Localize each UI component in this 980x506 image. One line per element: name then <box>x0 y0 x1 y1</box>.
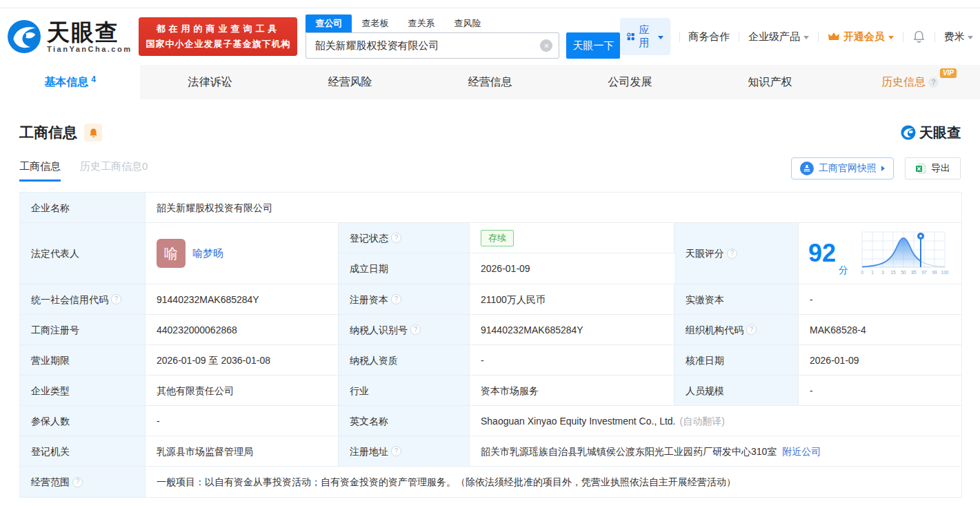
open-vip-label: 开通会员 <box>843 30 885 43</box>
tab-count: 4 <box>91 75 96 84</box>
subtab-history-business-info[interactable]: 历史工商信息0 <box>80 160 148 182</box>
crown-icon <box>828 31 840 42</box>
section-title: 工商信息 <box>19 123 77 142</box>
divider <box>679 32 680 42</box>
chevron-down-icon <box>968 36 973 39</box>
header-nav: 应用 商务合作 企业级产品 开通会员 费米 <box>620 18 973 55</box>
subtab-business-info[interactable]: 工商信息 <box>19 160 61 182</box>
registration-no-value: 440232000062868 <box>146 315 339 345</box>
table-row: 参保人数 - 英文名称 Shaoguan Xinyao Equity Inves… <box>20 406 961 436</box>
chevron-down-icon <box>888 36 894 39</box>
tab-label: 法律诉讼 <box>188 75 232 90</box>
help-icon[interactable] <box>746 324 757 335</box>
tab-legal-litigation[interactable]: 法律诉讼 <box>140 65 280 99</box>
subsection-tabs-row: 工商信息 历史工商信息0 工商官网快照 导出 <box>19 157 961 184</box>
tab-intellectual-property[interactable]: 知识产权 <box>700 65 840 99</box>
apps-grid-icon <box>627 31 634 42</box>
help-icon[interactable] <box>391 446 401 456</box>
tab-label: 历史信息 <box>881 75 926 90</box>
help-icon[interactable] <box>72 477 83 487</box>
tab-company-development[interactable]: 公司发展 <box>560 65 700 99</box>
avatar[interactable]: 喻 <box>157 239 186 268</box>
bell-orange-icon <box>88 128 99 138</box>
tab-label: 经营风险 <box>328 75 372 90</box>
score-unit: 分 <box>839 263 848 277</box>
tab-basic-info[interactable]: 基本信息 4 <box>0 65 140 99</box>
svg-text:50: 50 <box>901 270 906 275</box>
tab-label: 基本信息 <box>44 75 88 90</box>
tab-label: 知识产权 <box>748 75 792 90</box>
nav-open-vip[interactable]: 开通会员 <box>828 30 894 43</box>
svg-text:99: 99 <box>932 270 937 275</box>
registered-capital-value: 21100万人民币 <box>470 284 674 315</box>
nav-enterprise-products[interactable]: 企业级产品 <box>748 30 809 43</box>
company-type-label: 企业类型 <box>20 376 146 406</box>
brand-name: 天眼查 <box>47 21 132 43</box>
score-label-cell: 天眼评分 <box>674 223 799 284</box>
taxpayer-id-value: 91440232MAK685284Y <box>470 315 674 345</box>
search-tab-boss[interactable]: 查老板 <box>352 14 398 32</box>
reg-status-label: 登记状态 <box>350 231 388 245</box>
watermark-logo: 天眼查 <box>901 124 961 142</box>
approval-date-label: 核准日期 <box>674 345 799 376</box>
excel-icon <box>915 163 926 174</box>
chevron-down-icon <box>803 36 809 39</box>
legal-rep-link[interactable]: 喻梦旸 <box>192 246 223 260</box>
credit-code-value: 91440232MAK685284Y <box>146 284 339 315</box>
staff-size-label: 人员规模 <box>674 376 799 406</box>
apps-menu[interactable]: 应用 <box>620 18 670 55</box>
help-icon[interactable] <box>391 294 401 304</box>
official-snapshot-button[interactable]: 工商官网快照 <box>791 157 894 179</box>
registered-address-label: 注册地址 <box>339 436 470 467</box>
credit-code-label: 统一社会信用代码 <box>20 284 146 315</box>
taxpayer-quality-value: - <box>470 345 674 376</box>
nav-cooperation[interactable]: 商务合作 <box>688 30 730 43</box>
user-menu[interactable]: 费米 <box>943 30 973 43</box>
industry-label: 行业 <box>339 376 470 406</box>
search-input[interactable] <box>306 32 559 59</box>
cooperation-label: 商务合作 <box>688 30 730 43</box>
help-icon[interactable] <box>391 233 401 243</box>
company-name-label: 企业名称 <box>20 193 146 223</box>
help-icon[interactable] <box>928 77 939 88</box>
search-tab-risk[interactable]: 查风险 <box>444 14 490 32</box>
business-scope-value: 一般项目：以自有资金从事投资活动；自有资金投资的资产管理服务。（除依法须经批准的… <box>146 467 961 497</box>
notifications-button[interactable] <box>912 30 926 43</box>
vip-badge: VIP <box>940 68 957 78</box>
search-button[interactable]: 天眼一下 <box>566 32 620 59</box>
tab-history-info[interactable]: VIP 历史信息 <box>840 65 980 99</box>
staff-size-value: - <box>799 376 961 406</box>
search-tab-company[interactable]: 查公司 <box>306 14 352 32</box>
established-label-cell: 成立日期 <box>339 253 470 284</box>
divider <box>739 32 739 42</box>
tianyancha-eye-icon <box>7 19 41 54</box>
help-icon[interactable] <box>410 324 421 335</box>
status-badge: 存续 <box>481 230 514 246</box>
industry-value: 资本市场服务 <box>470 376 674 406</box>
main-content: 工商信息 天眼查 工商信息 历史工商信息0 工商官网 <box>0 123 980 498</box>
help-icon[interactable] <box>727 249 737 259</box>
export-label: 导出 <box>931 162 950 175</box>
export-button[interactable]: 导出 <box>905 157 961 179</box>
search-tab-relation[interactable]: 查关系 <box>398 14 444 32</box>
taxpayer-id-label: 纳税人识别号 <box>339 315 470 345</box>
nearby-companies-link[interactable]: 附近公司 <box>782 445 821 458</box>
search-tabs: 查公司 查老板 查关系 查风险 <box>306 14 620 32</box>
tab-operation-info[interactable]: 经营信息 <box>420 65 560 99</box>
status-date-block: 登记状态 存续 成立日期 2026-01-09 <box>339 223 674 284</box>
tab-label: 经营信息 <box>468 75 512 90</box>
registration-authority-value: 乳源县市场监督管理局 <box>146 436 339 467</box>
established-value-cell: 2026-01-09 <box>470 253 674 284</box>
table-row: 登记机关 乳源县市场监督管理局 注册地址 韶关市乳源瑶族自治县乳城镇侯公渡东阳光… <box>20 436 961 467</box>
score-distribution-chart[interactable]: 0 1 3 15 50 85 97 99 100 <box>855 231 949 276</box>
site-logo[interactable]: 天眼查 TianYanCha.com <box>7 19 132 54</box>
address-text: 韶关市乳源瑶族自治县乳城镇侯公渡东阳光工业园药厂研发中心310室 <box>481 445 777 458</box>
business-scope-label: 经营范围 <box>20 467 146 497</box>
arrow-right-icon <box>881 166 885 171</box>
reg-status-value-cell: 存续 <box>470 223 674 253</box>
subscribe-button[interactable] <box>84 124 102 142</box>
company-type-value: 其他有限责任公司 <box>146 376 339 406</box>
promo-banner: 都在用的商业查询工具 国家中小企业发展子基金旗下机构 <box>139 17 297 56</box>
help-icon[interactable] <box>111 294 121 304</box>
tab-operation-risk[interactable]: 经营风险 <box>280 65 420 99</box>
